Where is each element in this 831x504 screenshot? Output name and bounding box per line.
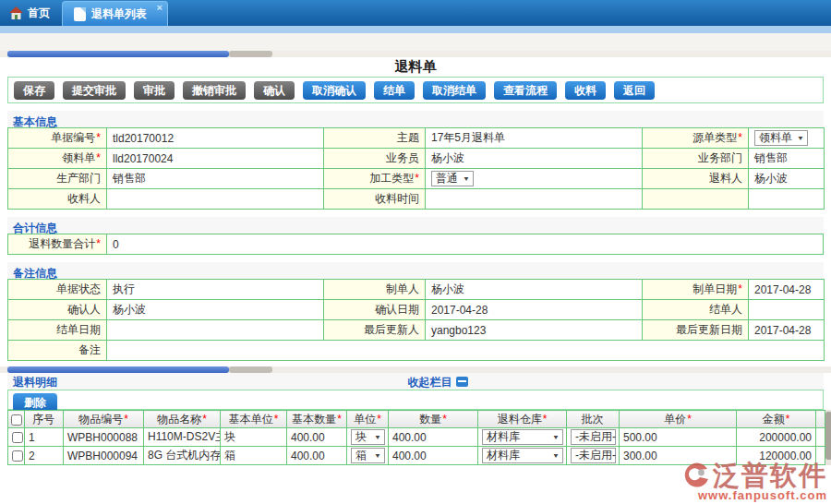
cell-unit: 块▼ [347, 428, 389, 447]
chevron-down-icon: ▼ [797, 135, 804, 142]
batch-select[interactable]: -未启用-▼ [571, 429, 616, 445]
last-updater-value: yangbo123 [426, 320, 643, 341]
detail-toolbar: 删除 [7, 390, 824, 410]
receiver-value[interactable] [107, 189, 324, 210]
salesman-value[interactable]: 杨小波 [426, 149, 643, 169]
home-icon [9, 6, 23, 19]
cell-item-name[interactable]: H110M-DS2V主板 [144, 428, 221, 447]
basic-info-table: 单据编号* tld20170012 主题 17年5月退料单 源单类型* 领料单▼… [7, 127, 825, 210]
collapse-icon[interactable] [456, 377, 468, 387]
confirm-date-label: 确认日期 [324, 300, 426, 320]
doc-no-value[interactable]: tld20170012 [107, 128, 324, 149]
scrollbar-thumb[interactable] [7, 51, 229, 57]
remark-label: 备注 [8, 341, 107, 361]
cell-item-code[interactable]: WPBH000088 [64, 428, 144, 447]
cell-seq: 2 [25, 447, 64, 465]
detail-row: 1 WPBH000088 H110M-DS2V主板 块 400.00 块▼ 40… [8, 428, 825, 447]
cell-warehouse: 材料库▼ [478, 428, 567, 447]
submit-approval-button[interactable]: 提交审批 [63, 81, 126, 100]
returner-value[interactable]: 杨小波 [749, 169, 825, 189]
vertical-scrollbar[interactable] [825, 410, 831, 465]
horizontal-scrollbar-bottom[interactable] [0, 366, 831, 373]
total-qty-label: 退料数量合计* [8, 234, 107, 255]
revoke-approval-button[interactable]: 撤销审批 [183, 81, 246, 100]
close-order-button[interactable]: 结单 [374, 81, 415, 100]
cell-batch: -未启用-▼ [567, 428, 620, 447]
unit-select[interactable]: 箱▼ [351, 448, 385, 463]
cancel-confirm-button[interactable]: 取消确认 [303, 81, 366, 100]
tab-home[interactable]: 首页 [0, 0, 62, 26]
action-toolbar: 保存 提交审批 审批 撤销审批 确认 取消确认 结单 取消结单 查看流程 收料 … [7, 77, 824, 103]
scrollbar-thumb[interactable] [7, 366, 229, 373]
approve-button[interactable]: 审批 [134, 81, 175, 100]
section-detail: 退料明细 收起栏目 [7, 373, 824, 390]
warehouse-select[interactable]: 材料库▼ [482, 429, 563, 445]
process-type-cell: 普通▼ [426, 169, 643, 189]
scrollbar-thumb[interactable] [825, 412, 831, 460]
cell-base-unit: 箱 [221, 447, 287, 465]
horizontal-scrollbar-top[interactable] [0, 51, 831, 57]
cell-seq: 1 [25, 428, 64, 447]
cancel-close-order-button[interactable]: 取消结单 [423, 81, 486, 100]
chevron-down-icon: ▼ [552, 452, 560, 460]
pick-no-value[interactable]: lld20170024 [107, 149, 324, 169]
cell-base-qty[interactable]: 400.00 [287, 428, 347, 447]
table-row: 单据编号* tld20170012 主题 17年5月退料单 源单类型* 领料单▼ [8, 128, 825, 149]
warehouse-select[interactable]: 材料库▼ [482, 448, 563, 463]
table-row: 生产部门 销售部 加工类型* 普通▼ 退料人 杨小波 [8, 169, 825, 189]
process-type-select[interactable]: 普通▼ [431, 171, 474, 186]
vendor-watermark: 泛普软件 www.fanpusoft.com [629, 462, 827, 502]
unit-select[interactable]: 块▼ [351, 429, 385, 445]
save-button[interactable]: 保存 [14, 81, 54, 100]
subject-value[interactable]: 17年5月退料单 [426, 128, 643, 149]
prod-dept-value[interactable]: 销售部 [107, 169, 324, 189]
back-button[interactable]: 返回 [614, 81, 655, 100]
batch-select[interactable]: -未启用-▼ [571, 448, 616, 463]
cell-item-name[interactable]: 8G 台式机内存 [144, 447, 221, 465]
receive-time-value[interactable] [426, 189, 643, 210]
cell-item-code[interactable]: WPBH000094 [64, 447, 144, 465]
cell-warehouse: 材料库▼ [478, 447, 567, 465]
cell-qty[interactable]: 400.00 [389, 447, 478, 465]
make-date-value[interactable]: 2017-04-28 [749, 280, 825, 300]
biz-dept-value[interactable]: 销售部 [749, 149, 825, 169]
table-row: 收料人 收料时间 [8, 189, 825, 210]
app-window: 首页 退料单列表 × 退料单 保存 提交审批 审批 撤销审批 确认 取消确认 结… [0, 0, 831, 504]
cell-unit: 箱▼ [347, 447, 389, 465]
collapse-columns-link[interactable]: 收起栏目 [408, 376, 452, 389]
table-row: 确认人 杨小波 确认日期 2017-04-28 结单人 [8, 300, 825, 320]
tabbar-accent-strip [0, 26, 831, 33]
cell-partial [816, 428, 825, 447]
col-qty: 数量* [389, 411, 478, 428]
chevron-down-icon: ▼ [463, 175, 470, 183]
cell-qty[interactable]: 400.00 [389, 428, 478, 447]
cell-base-qty[interactable]: 400.00 [287, 447, 347, 465]
biz-dept-label: 业务部门 [643, 149, 749, 169]
cell-price[interactable]: 300.00 [620, 447, 737, 465]
tab-return-list-label: 退料单列表 [91, 6, 147, 22]
cell-price[interactable]: 500.00 [620, 428, 737, 447]
detail-grid-wrap: 序号 物品编号* 物品名称* 基本单位* 基本数量* 单位* 数量* 退料仓库*… [7, 410, 831, 465]
select-all-checkbox[interactable] [11, 414, 22, 426]
section-remark-info: 备注信息 [7, 262, 824, 279]
receiver-label: 收料人 [8, 189, 107, 210]
confirm-button[interactable]: 确认 [254, 81, 295, 100]
maker-label: 制单人 [324, 280, 426, 300]
total-qty-value[interactable]: 0 [107, 234, 824, 255]
receive-material-button[interactable]: 收料 [565, 81, 606, 100]
row-checkbox[interactable] [12, 432, 23, 443]
view-flow-button[interactable]: 查看流程 [494, 81, 557, 100]
row-checkbox[interactable] [12, 450, 23, 462]
table-row: 备注 [8, 341, 825, 361]
scrollbar-track-segment [229, 366, 272, 373]
cell-partial [816, 447, 825, 465]
watermark-brand: 泛普软件 [713, 462, 827, 488]
cell-base-unit: 块 [221, 428, 287, 447]
remark-value[interactable] [107, 341, 825, 361]
detail-header-row: 序号 物品编号* 物品名称* 基本单位* 基本数量* 单位* 数量* 退料仓库*… [8, 411, 825, 428]
section-basic-info: 基本信息 [7, 111, 824, 127]
source-type-select[interactable]: 领料单▼ [754, 130, 808, 146]
tab-close-icon[interactable]: × [157, 3, 163, 13]
tab-return-list[interactable]: 退料单列表 × [62, 1, 168, 26]
doc-no-label: 单据编号* [8, 128, 107, 149]
